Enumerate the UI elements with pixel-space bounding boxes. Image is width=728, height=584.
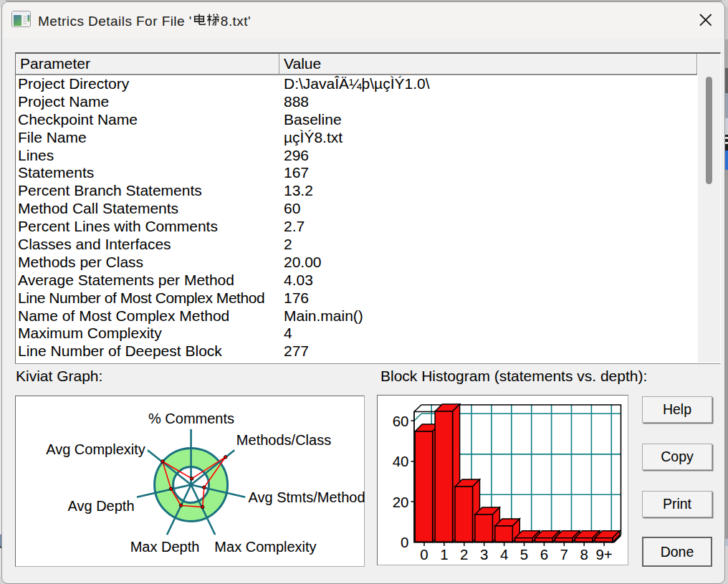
svg-text:6: 6 — [540, 546, 548, 563]
svg-text:40: 40 — [393, 453, 409, 469]
svg-text:9+: 9+ — [595, 546, 612, 563]
svg-text:8: 8 — [580, 546, 588, 563]
svg-text:20: 20 — [393, 494, 409, 510]
svg-text:3: 3 — [480, 546, 488, 563]
svg-text:2: 2 — [460, 546, 468, 563]
svg-text:7: 7 — [560, 546, 568, 563]
svg-text:0: 0 — [401, 534, 408, 550]
svg-text:5: 5 — [520, 546, 528, 563]
svg-text:1: 1 — [440, 546, 448, 563]
svg-text:4: 4 — [500, 546, 508, 563]
svg-text:0: 0 — [420, 546, 428, 563]
svg-text:60: 60 — [393, 413, 409, 429]
